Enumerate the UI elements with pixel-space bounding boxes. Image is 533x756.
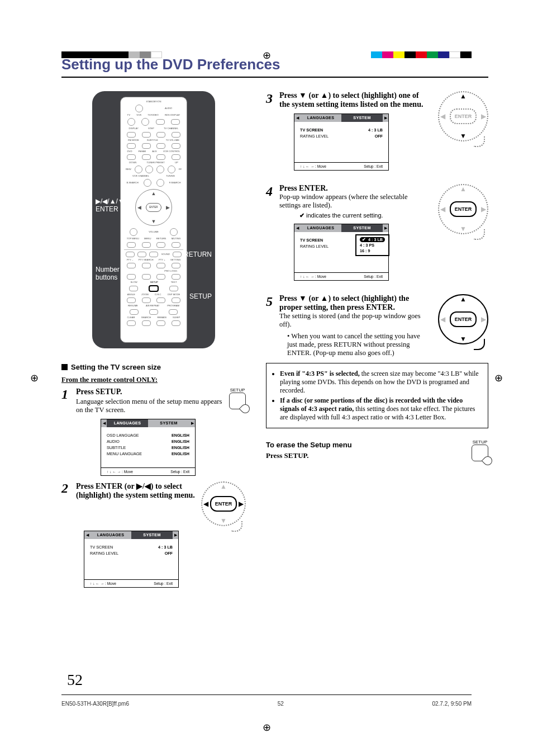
step-number: 3	[266, 91, 273, 176]
step-bullet: • When you want to cancel the setting yo…	[287, 332, 426, 357]
remote-label: SETTING	[170, 259, 180, 261]
remote-label: TV CHANNEL	[164, 127, 179, 130]
remote-label: FF	[179, 168, 182, 171]
note-item: If a disc (or some portions of the disc)…	[280, 396, 482, 422]
osd-row-label: MENU LANGUAGE	[107, 451, 142, 456]
remote-label: SEARCH	[141, 316, 151, 319]
remote-label: REMAIN	[157, 316, 166, 319]
osd-row-value: OFF	[375, 134, 383, 139]
osd-popup-option: 16 : 9	[360, 248, 385, 253]
remote-label: MUTING	[172, 238, 181, 240]
footer-filename: EN50-53TH-A30R[B]ff.pm6	[61, 701, 129, 707]
registration-swatches-left	[61, 51, 162, 58]
remote-label: DSP MODE	[168, 294, 180, 296]
osd-footer-move: ↑ ↓ ← → : Move	[300, 164, 326, 168]
tab-dot-icon: ▶	[173, 531, 178, 539]
checkmark-caption: ✔ indicates the current setting.	[299, 212, 426, 219]
dpad-graphic: ▲▼ ◀▶ ENTER	[201, 481, 246, 526]
step-1: 1 Press SETUP. Language selection menu o…	[61, 388, 246, 414]
osd-system-highlight: ◀ LANGUAGES SYSTEM ▶ TV SCREEN4 : 3 LBRA…	[294, 114, 389, 171]
step-body: The setting is stored (and the pop-up wi…	[279, 312, 426, 329]
step-body: Language selection menu of the setup men…	[76, 398, 223, 414]
osd-row-label: RATING LEVEL	[300, 244, 329, 249]
remote-label: RESUME	[128, 305, 138, 307]
tab-dot-icon: ◀	[84, 531, 90, 539]
left-column: STANDBY/ON AUDIO TV VCR TV/VIDEO RDS DIS…	[61, 91, 246, 593]
remote-label: VCR CHANNEL	[132, 175, 149, 177]
remote-label: DOWN	[129, 162, 136, 164]
remote-label: VCR CONTROL	[163, 150, 180, 153]
remote-label: REW	[126, 168, 131, 171]
osd-tab-system: SYSTEM	[148, 419, 189, 427]
remote-label: SETUP	[150, 281, 158, 284]
osd-row-label: SUBTITLE	[107, 445, 126, 450]
remote-label: DVD	[127, 150, 132, 153]
right-column: 3 Press ▼ (or ▲) to select (highlight) o…	[266, 91, 488, 593]
osd-row-value: 4 : 3 LB	[368, 127, 383, 133]
osd-row: TV SCREEN4 : 3 LB	[90, 545, 173, 550]
note-item: Even if "4:3 PS" is selected, the screen…	[280, 370, 482, 395]
remote-label: TV/VIDEO	[147, 114, 159, 116]
page-footer: EN50-53TH-A30R[B]ff.pm6 52 02.7.2, 9:50 …	[61, 694, 472, 707]
tab-dot-icon: ◀	[101, 419, 107, 427]
remote-label: D.R.C	[155, 294, 161, 296]
osd-footer-move: ↑ ↓ ← → : Move	[107, 470, 133, 474]
remote-body: STANDBY/ON AUDIO TV VCR TV/VIDEO RDS DIS…	[120, 97, 187, 343]
callout-nav-enter: ▶/◀/▲/▼ ENTER	[96, 197, 125, 213]
setup-icon	[472, 445, 488, 461]
remote-label: TEST	[171, 281, 177, 284]
osd-tab-languages: LANGUAGES	[300, 224, 341, 232]
osd-row: OSD LANGUAGEENGLISH	[107, 433, 189, 438]
remote-label: STANDBY/ON	[124, 101, 183, 103]
remote-label: CLEAR	[127, 316, 135, 319]
setup-icon-label: SETUP	[472, 440, 488, 445]
step-3: 3 Press ▼ (or ▲) to select (highlight) o…	[266, 91, 488, 176]
registration-mark-top-icon: ⊕	[263, 50, 271, 60]
square-bullet-icon	[61, 364, 68, 370]
osd-row-label: AUDIO	[107, 439, 120, 444]
step-number: 1	[61, 388, 72, 414]
remote-label: RETURN	[156, 238, 166, 240]
step-2: 2 Press ENTER (or ▶/◀) to select (highli…	[61, 481, 246, 526]
checkmark-icon: ✔	[299, 212, 304, 219]
remote-label: VCR	[136, 114, 141, 116]
remote-label: SUBTITLE	[147, 139, 158, 141]
enter-button-label: ENTER	[450, 201, 477, 217]
registration-bar-row: ⊕	[0, 51, 533, 60]
dpad-graphic: ▲▼ ◀▶ ENTER	[438, 91, 488, 141]
setup-icon-label: SETUP	[229, 388, 246, 393]
remote-label: UP	[175, 162, 178, 164]
remote-nav-ring: ▲ ▼ ◀ ▶ ENTER	[135, 189, 172, 226]
registration-mark-left-icon: ⊕	[30, 372, 39, 384]
tab-dot-icon: ▶	[189, 419, 195, 427]
osd-footer-move: ↑ ↓ ← → : Move	[300, 275, 326, 278]
remote-label: SLOW	[130, 281, 137, 284]
osd-footer-exit: Setup : Exit	[170, 470, 189, 474]
caption-text: indicates the current setting.	[306, 212, 383, 219]
osd-row-value: ENGLISH	[172, 439, 189, 444]
remote-label: PRO LOGIC	[164, 270, 177, 272]
step-number: 5	[266, 294, 273, 357]
remote-enter-button: ENTER	[146, 203, 161, 212]
osd-popup-option-label: 4 : 3 LB	[368, 237, 383, 242]
remote-label: ANGLE	[127, 294, 135, 296]
enter-button-label: ENTER	[450, 108, 477, 124]
step-4: 4 Press ENTER. Pop-up window appears (wh…	[266, 184, 488, 286]
osd-row: SUBTITLEENGLISH	[107, 445, 189, 450]
osd-popup-option: ✔4 : 3 LB	[360, 237, 385, 242]
remote-label: STEP	[148, 127, 154, 130]
remote-label: AUX	[152, 150, 157, 153]
registration-mark-right-icon: ⊕	[494, 372, 503, 384]
osd-row-value: OFF	[165, 551, 173, 556]
registration-swatches-right	[371, 51, 472, 58]
osd-tab-languages: LANGUAGES	[90, 531, 131, 539]
osd-row-label: TV SCREEN	[300, 238, 323, 243]
two-column-layout: STANDBY/ON AUDIO TV VCR TV/VIDEO RDS DIS…	[61, 91, 488, 593]
remote-label: VOLUME	[149, 231, 159, 233]
setup-button-graphic: SETUP	[472, 440, 488, 461]
remote-label: MENU	[144, 238, 151, 240]
registration-mark-bottom-icon: ⊕	[263, 721, 271, 734]
osd-footer-exit: Setup : Exit	[154, 582, 173, 585]
osd-row: TV SCREEN4 : 3 LB	[300, 127, 383, 133]
remote-label: AUDIO	[165, 107, 172, 110]
